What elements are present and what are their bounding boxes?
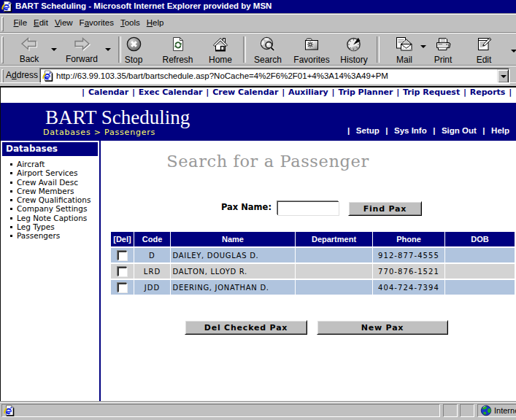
nav-exec-calendar[interactable]: Exec Calendar (139, 88, 203, 97)
menu-tools[interactable]: Tools (117, 14, 143, 32)
column-header-code: Code (134, 232, 171, 246)
sidebar-divider (99, 140, 101, 401)
cell-phone: 770-876-1521 (373, 264, 445, 279)
back-icon (20, 36, 38, 51)
stop-icon (126, 36, 142, 52)
nav-separator: | (505, 88, 515, 97)
back-dropdown[interactable] (51, 48, 57, 51)
pax-name-label: Pax Name: (175, 202, 272, 212)
addressbar-grip[interactable] (1, 69, 4, 83)
home-button[interactable]: Home (207, 35, 234, 64)
page-title: Search for a Passenger (102, 152, 434, 171)
nav-auxiliary[interactable]: Auxiliary (288, 88, 328, 97)
toolbar-chevron[interactable] (511, 50, 516, 52)
refresh-icon (172, 36, 185, 52)
menu-favorites[interactable]: Favorites (76, 14, 117, 32)
address-combo[interactable]: http://63.99.103.35/bart/bartschedule.as… (40, 69, 509, 84)
link-sys-info[interactable]: Sys Info (394, 126, 427, 135)
cell-dob (445, 248, 515, 262)
sidebar-item-company-settings[interactable]: Company Settings (1, 204, 99, 213)
nav-crew-calendar[interactable]: Crew Calendar (212, 88, 278, 97)
mail-button[interactable]: Mail (389, 35, 420, 64)
cell-del (111, 264, 134, 279)
link-sign-out[interactable]: Sign Out (442, 126, 477, 135)
del-checked-pax-button[interactable]: Del Checked Pax (185, 320, 307, 335)
sidebar-item-airport-services[interactable]: Airport Services (1, 168, 99, 177)
banner-link-separator: | (342, 126, 356, 135)
favorites-button[interactable]: Favorites (292, 35, 331, 64)
mail-dropdown[interactable] (420, 45, 426, 48)
forward-dropdown[interactable] (105, 48, 111, 51)
cell-department (296, 280, 373, 295)
cell-name: DEERING, JONATHAN D. (171, 280, 296, 295)
browser-viewport: |Calendar|Exec Calendar|Crew Calendar|Au… (0, 88, 516, 401)
table-row: LRD DALTON, LLOYD R. 770-876-1521 (111, 264, 515, 279)
ie-logo-icon (1, 1, 13, 12)
address-url[interactable]: http://63.99.103.35/bart/bartschedule.as… (56, 69, 388, 83)
new-pax-button[interactable]: New Pax (317, 320, 448, 335)
sidebar-item-leg-types[interactable]: Leg Types (1, 222, 99, 231)
address-bar: Address http://63.99.103.35/bart/bartsch… (0, 66, 516, 86)
find-pax-button[interactable]: Find Pax (348, 201, 422, 216)
nav-separator: | (328, 88, 339, 97)
menu-view[interactable]: View (51, 14, 76, 32)
status-bar: Internet (0, 401, 516, 420)
nav-trip-planner[interactable]: Trip Planner (338, 88, 393, 97)
mail-icon (396, 36, 413, 52)
nav-separator: | (78, 88, 88, 97)
nav-separator: | (203, 88, 213, 97)
stop-button[interactable]: Stop (123, 35, 145, 64)
cell-code: JDD (134, 280, 171, 295)
sidebar-item-crew-avail-desc[interactable]: Crew Avail Desc (1, 178, 99, 187)
cell-del (111, 280, 134, 295)
window-title: BART Scheduling - Microsoft Internet Exp… (15, 1, 272, 10)
breadcrumb: Databases > Passengers (43, 128, 155, 137)
nav-trip-request[interactable]: Trip Request (403, 88, 460, 97)
row-delete-checkbox[interactable] (118, 283, 127, 292)
back-button[interactable]: Back (11, 35, 47, 64)
site-title: BART Scheduling (45, 106, 190, 129)
status-page-icon (4, 405, 15, 416)
row-delete-checkbox[interactable] (118, 267, 127, 276)
address-dropdown-button[interactable] (497, 69, 509, 83)
status-zone-panel: Internet (477, 404, 516, 417)
sidebar-item-crew-members[interactable]: Crew Members (1, 187, 99, 195)
cell-code: D (134, 248, 171, 262)
nav-calendar[interactable]: Calendar (88, 88, 128, 97)
sidebar-item-crew-qualifications[interactable]: Crew Qualifications (1, 195, 99, 204)
toolbar-separator (377, 36, 380, 63)
menu-bar: FileEditViewFavoritesToolsHelp (0, 13, 516, 33)
top-nav: |Calendar|Exec Calendar|Crew Calendar|Au… (78, 88, 515, 97)
history-icon (346, 36, 362, 52)
refresh-button[interactable]: Refresh (161, 35, 194, 64)
favorites-icon (304, 36, 320, 52)
sidebar-header: Databases (2, 142, 98, 156)
print-button[interactable]: Print (428, 35, 458, 64)
page-icon (42, 70, 54, 82)
status-panel (443, 404, 458, 417)
link-setup[interactable]: Setup (356, 126, 380, 135)
link-help[interactable]: Help (491, 126, 509, 135)
cell-dob (445, 280, 515, 295)
toolbar: Back Forward Stop (0, 33, 516, 66)
cell-del (111, 248, 134, 262)
sidebar-item-leg-note-captions[interactable]: Leg Note Captions (1, 214, 99, 222)
search-button[interactable]: Search (252, 35, 284, 64)
title-bar: BART Scheduling - Microsoft Internet Exp… (0, 0, 516, 13)
sidebar-list: Aircraft Airport Services Crew Avail Des… (1, 160, 99, 241)
menu-help[interactable]: Help (143, 14, 167, 32)
menu-edit[interactable]: Edit (31, 14, 52, 32)
nav-reports[interactable]: Reports (470, 88, 506, 97)
edit-button[interactable]: Edit (469, 35, 498, 64)
forward-button[interactable]: Forward (63, 35, 100, 64)
row-delete-checkbox[interactable] (118, 251, 127, 260)
toolbar-grip[interactable] (1, 36, 4, 63)
pax-name-input[interactable] (277, 201, 339, 215)
column-header-name: Name (171, 232, 296, 246)
menubar-grip[interactable] (1, 17, 4, 31)
cell-phone: 912-877-4555 (373, 248, 445, 262)
sidebar-item-passengers[interactable]: Passengers (1, 231, 99, 240)
menu-file[interactable]: File (10, 14, 31, 32)
sidebar-item-aircraft[interactable]: Aircraft (1, 160, 99, 168)
history-button[interactable]: History (338, 35, 370, 64)
